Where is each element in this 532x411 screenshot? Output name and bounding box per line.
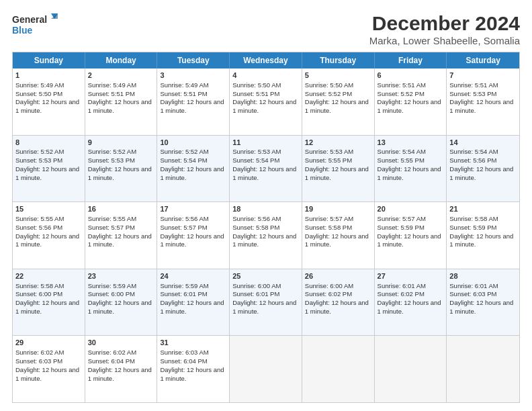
calendar-cell: 3Sunrise: 5:49 AMSunset: 5:51 PMDaylight… [157, 68, 230, 135]
header-day-tuesday: Tuesday [157, 52, 230, 68]
sunrise: Sunrise: 5:51 AM [378, 81, 426, 89]
day-number: 14 [449, 138, 517, 148]
calendar-cell: 11Sunrise: 5:53 AMSunset: 5:54 PMDayligh… [230, 136, 302, 202]
sunrise: Sunrise: 5:52 AM [15, 148, 64, 155]
day-number: 10 [160, 138, 226, 148]
calendar-cell: 23Sunrise: 5:59 AMSunset: 6:00 PMDayligh… [85, 269, 158, 336]
sunrise: Sunrise: 6:00 AM [232, 282, 281, 289]
sunrise: Sunrise: 6:00 AM [305, 282, 353, 289]
daylight: Daylight: 12 hours and 1 minute. [15, 232, 79, 248]
sunrise: Sunrise: 5:54 AM [449, 148, 498, 155]
day-number: 21 [449, 204, 517, 214]
sunset: Sunset: 5:57 PM [160, 224, 207, 231]
sunset: Sunset: 5:58 PM [305, 224, 352, 231]
daylight: Daylight: 12 hours and 1 minute. [305, 165, 369, 181]
daylight: Daylight: 12 hours and 1 minute. [378, 165, 441, 181]
calendar-cell: 7Sunrise: 5:51 AMSunset: 5:53 PMDaylight… [447, 68, 519, 135]
calendar-cell: 30Sunrise: 6:02 AMSunset: 6:04 PMDayligh… [85, 336, 158, 402]
daylight: Daylight: 12 hours and 1 minute. [378, 98, 441, 114]
day-number: 18 [232, 204, 299, 214]
calendar-cell: 6Sunrise: 5:51 AMSunset: 5:52 PMDaylight… [375, 68, 447, 135]
daylight: Daylight: 12 hours and 1 minute. [15, 366, 79, 382]
day-number: 29 [15, 338, 82, 348]
header-day-thursday: Thursday [302, 52, 375, 68]
logo: General Blue [12, 12, 59, 38]
sunset: Sunset: 6:02 PM [378, 290, 425, 298]
daylight: Daylight: 12 hours and 1 minute. [449, 299, 513, 315]
sunset: Sunset: 6:02 PM [305, 290, 352, 298]
sunset: Sunset: 6:00 PM [15, 290, 62, 298]
sunset: Sunset: 6:03 PM [449, 290, 496, 298]
sunrise: Sunrise: 5:49 AM [160, 81, 208, 89]
calendar: SundayMondayTuesdayWednesdayThursdayFrid… [12, 52, 520, 403]
daylight: Daylight: 12 hours and 1 minute. [160, 98, 224, 114]
sunset: Sunset: 5:50 PM [15, 90, 62, 97]
logo-svg: General Blue [12, 12, 59, 38]
daylight: Daylight: 12 hours and 1 minute. [88, 98, 152, 114]
sunrise: Sunrise: 6:02 AM [15, 349, 64, 356]
sunset: Sunset: 6:04 PM [160, 357, 207, 365]
calendar-cell: 9Sunrise: 5:52 AMSunset: 5:53 PMDaylight… [85, 136, 158, 202]
calendar-cell-empty [447, 336, 519, 402]
daylight: Daylight: 12 hours and 1 minute. [232, 165, 296, 181]
calendar-cell: 13Sunrise: 5:54 AMSunset: 5:55 PMDayligh… [375, 136, 447, 202]
header-day-saturday: Saturday [447, 52, 519, 68]
sunset: Sunset: 5:54 PM [232, 156, 279, 164]
day-number: 16 [88, 204, 154, 214]
daylight: Daylight: 12 hours and 1 minute. [449, 98, 513, 114]
sunset: Sunset: 5:51 PM [88, 90, 135, 97]
sunset: Sunset: 6:03 PM [15, 357, 62, 365]
calendar-cell: 20Sunrise: 5:57 AMSunset: 5:59 PMDayligh… [375, 202, 447, 269]
calendar-cell: 4Sunrise: 5:50 AMSunset: 5:51 PMDaylight… [230, 68, 302, 135]
sunrise: Sunrise: 5:52 AM [160, 148, 208, 155]
header-day-wednesday: Wednesday [230, 52, 302, 68]
sunrise: Sunrise: 5:58 AM [15, 282, 64, 289]
calendar-cell: 29Sunrise: 6:02 AMSunset: 6:03 PMDayligh… [13, 336, 85, 402]
day-number: 20 [378, 204, 444, 214]
day-number: 23 [88, 271, 154, 281]
daylight: Daylight: 12 hours and 1 minute. [160, 165, 224, 181]
sunrise: Sunrise: 5:50 AM [305, 81, 353, 89]
daylight: Daylight: 12 hours and 1 minute. [378, 232, 441, 248]
daylight: Daylight: 12 hours and 1 minute. [15, 165, 79, 181]
sunrise: Sunrise: 6:02 AM [88, 349, 136, 356]
day-number: 25 [232, 271, 299, 281]
calendar-cell: 2Sunrise: 5:49 AMSunset: 5:51 PMDaylight… [85, 68, 158, 135]
day-number: 5 [305, 71, 371, 81]
day-number: 6 [378, 71, 444, 81]
daylight: Daylight: 12 hours and 1 minute. [232, 232, 296, 248]
header-day-monday: Monday [85, 52, 158, 68]
sunset: Sunset: 6:01 PM [232, 290, 279, 298]
day-number: 24 [160, 271, 226, 281]
day-number: 4 [232, 71, 299, 81]
day-number: 19 [305, 204, 371, 214]
daylight: Daylight: 12 hours and 1 minute. [449, 232, 513, 248]
sunset: Sunset: 6:00 PM [88, 290, 135, 298]
calendar-cell-empty [302, 336, 375, 402]
sunrise: Sunrise: 5:55 AM [88, 215, 136, 222]
daylight: Daylight: 12 hours and 1 minute. [88, 366, 152, 382]
sunrise: Sunrise: 6:01 AM [449, 282, 498, 289]
sunrise: Sunrise: 5:51 AM [449, 81, 498, 89]
sunset: Sunset: 5:51 PM [160, 90, 207, 97]
daylight: Daylight: 12 hours and 1 minute. [232, 98, 296, 114]
day-number: 27 [378, 271, 444, 281]
sunset: Sunset: 5:53 PM [88, 156, 135, 164]
sunset: Sunset: 5:52 PM [305, 90, 352, 97]
daylight: Daylight: 12 hours and 1 minute. [160, 366, 224, 382]
calendar-cell: 28Sunrise: 6:01 AMSunset: 6:03 PMDayligh… [447, 269, 519, 336]
sunset: Sunset: 5:53 PM [15, 156, 62, 164]
sunset: Sunset: 6:01 PM [160, 290, 207, 298]
sunrise: Sunrise: 5:49 AM [88, 81, 136, 89]
subtitle: Marka, Lower Shabeelle, Somalia [369, 35, 520, 46]
day-number: 13 [378, 138, 444, 148]
calendar-week-4: 22Sunrise: 5:58 AMSunset: 6:00 PMDayligh… [13, 269, 519, 336]
sunset: Sunset: 5:57 PM [88, 224, 135, 231]
sunrise: Sunrise: 5:56 AM [160, 215, 208, 222]
calendar-cell-empty [375, 336, 447, 402]
header: General Blue December 2024 Marka, Lower … [12, 12, 520, 46]
day-number: 30 [88, 338, 154, 348]
day-number: 12 [305, 138, 371, 148]
sunrise: Sunrise: 5:53 AM [232, 148, 281, 155]
daylight: Daylight: 12 hours and 1 minute. [160, 232, 224, 248]
